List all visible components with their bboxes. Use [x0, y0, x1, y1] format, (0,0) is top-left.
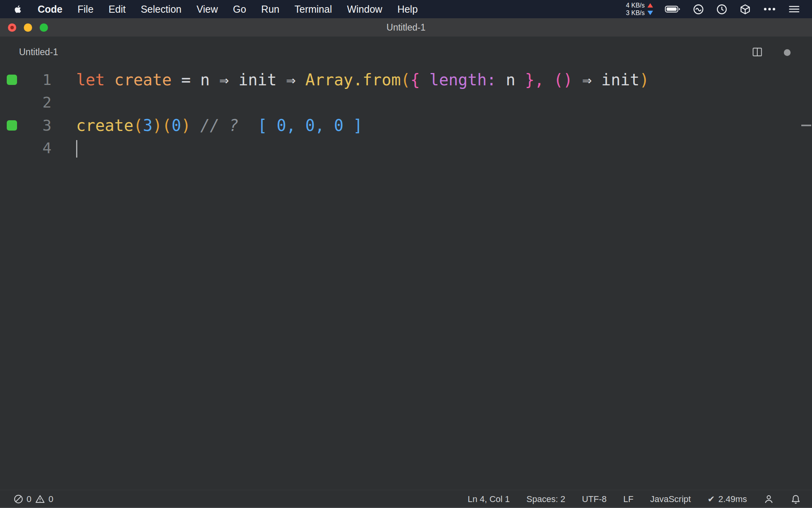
- statusbar: 0 0 Ln 4, Col 1 Spaces: 2 UTF-8 LF JavaS…: [0, 490, 812, 508]
- code-token: = n ⇒ init ⇒: [172, 71, 305, 89]
- code-token: Array.from: [305, 71, 401, 89]
- menu-item-run[interactable]: Run: [254, 0, 287, 18]
- clock-icon[interactable]: [716, 4, 728, 15]
- menu-item-window[interactable]: Window: [339, 0, 390, 18]
- error-count: 0: [27, 494, 31, 504]
- zoom-button[interactable]: [40, 23, 48, 32]
- unsaved-indicator-dot: [784, 49, 791, 56]
- warning-count: 0: [48, 494, 53, 504]
- menu-item-help[interactable]: Help: [390, 0, 425, 18]
- menu-item-go[interactable]: Go: [226, 0, 254, 18]
- window-title: Untitled-1: [0, 22, 812, 33]
- coverage-marker-icon: [7, 75, 17, 85]
- code-token: ⇒ init: [573, 71, 640, 89]
- code-token: },: [525, 71, 544, 89]
- warning-triangle-icon: [35, 494, 45, 504]
- menu-list-icon[interactable]: [788, 5, 800, 13]
- apple-icon: [13, 4, 22, 14]
- code-token: (: [401, 71, 410, 89]
- overview-ruler-mark: [801, 125, 811, 126]
- window-titlebar: Untitled-1: [0, 18, 812, 37]
- code-token: (): [553, 71, 573, 89]
- code-token: {: [410, 71, 420, 89]
- code-line[interactable]: 1let create = n ⇒ init ⇒ Array.from({ le…: [0, 68, 812, 91]
- ellipsis-icon[interactable]: [763, 7, 776, 12]
- download-arrow-icon: [647, 11, 653, 15]
- swirl-icon[interactable]: [693, 4, 704, 15]
- gutter-marker-column: [0, 120, 24, 131]
- code-token: create: [114, 71, 172, 89]
- status-cursor-position[interactable]: Ln 4, Col 1: [467, 494, 509, 504]
- upload-speed: 4 KB/s: [626, 2, 645, 9]
- gutter-marker-column: [0, 75, 24, 85]
- status-encoding[interactable]: UTF-8: [582, 494, 607, 504]
- code-token: n: [496, 71, 525, 89]
- code-token: length:: [429, 71, 496, 89]
- code-token: ): [640, 71, 649, 89]
- menu-item-file[interactable]: File: [70, 0, 101, 18]
- code-token: [105, 71, 114, 89]
- upload-arrow-icon: [647, 3, 653, 8]
- code-token: ): [181, 116, 191, 135]
- menubar-status-items: 4 KB/s 3 KB/s: [626, 2, 806, 17]
- line-number[interactable]: 4: [24, 139, 52, 157]
- battery-icon[interactable]: [665, 5, 681, 13]
- menu-item-code[interactable]: Code: [30, 0, 70, 18]
- cube-icon[interactable]: [739, 4, 751, 15]
- code-line[interactable]: 2: [0, 91, 812, 114]
- status-eol[interactable]: LF: [623, 494, 634, 504]
- menu-item-edit[interactable]: Edit: [101, 0, 133, 18]
- code-text[interactable]: let create = n ⇒ init ⇒ Array.from({ len…: [76, 71, 649, 89]
- code-line[interactable]: 3create(3)(0) // ? [ 0, 0, 0 ]: [0, 114, 812, 137]
- apple-menu[interactable]: [6, 4, 30, 14]
- check-icon: ✔: [707, 494, 714, 504]
- close-button[interactable]: [8, 23, 16, 32]
- line-number[interactable]: 1: [24, 71, 52, 89]
- code-token: [420, 71, 429, 89]
- code-lines: 1let create = n ⇒ init ⇒ Array.from({ le…: [0, 68, 812, 160]
- code-token: 3: [143, 116, 153, 135]
- status-indentation[interactable]: Spaces: 2: [527, 494, 565, 504]
- code-token: // ?: [200, 116, 238, 135]
- menu-item-terminal[interactable]: Terminal: [287, 0, 339, 18]
- code-text[interactable]: create(3)(0) // ? [ 0, 0, 0 ]: [76, 116, 363, 135]
- bell-icon[interactable]: [791, 494, 801, 504]
- menubar: Code File Edit Selection View Go Run Ter…: [0, 0, 812, 18]
- code-token: (: [134, 116, 143, 135]
- code-token: create: [76, 116, 134, 135]
- network-speed-indicator[interactable]: 4 KB/s 3 KB/s: [626, 2, 653, 17]
- code-token: [238, 116, 257, 135]
- split-editor-icon[interactable]: [752, 47, 763, 59]
- line-number[interactable]: 2: [24, 94, 52, 111]
- code-token: [544, 71, 553, 89]
- download-speed: 3 KB/s: [626, 9, 645, 17]
- code-token: 0: [172, 116, 181, 135]
- error-circle-slash-icon: [13, 494, 23, 504]
- editor-tab-label: Untitled-1: [19, 47, 58, 58]
- code-editor[interactable]: 1let create = n ⇒ init ⇒ Array.from({ le…: [0, 68, 812, 489]
- code-token: let: [76, 71, 105, 89]
- line-number[interactable]: 3: [24, 117, 52, 134]
- code-line[interactable]: 4: [0, 137, 812, 160]
- minimize-button[interactable]: [24, 23, 32, 32]
- perf-time[interactable]: ✔ 2.49ms: [707, 494, 747, 504]
- feedback-person-icon[interactable]: [764, 494, 774, 504]
- menubar-left: Code File Edit Selection View Go Run Ter…: [6, 0, 425, 18]
- coverage-marker-icon: [7, 120, 17, 131]
- menu-item-selection[interactable]: Selection: [133, 0, 189, 18]
- code-text[interactable]: [76, 139, 77, 158]
- errors-indicator[interactable]: 0: [13, 494, 31, 504]
- text-cursor: [76, 140, 77, 158]
- code-token: [191, 116, 200, 135]
- menu-item-view[interactable]: View: [189, 0, 226, 18]
- code-token: )(: [153, 116, 172, 135]
- status-language[interactable]: JavaScript: [650, 494, 691, 504]
- perf-time-value: 2.49ms: [718, 494, 747, 504]
- code-token: [ 0, 0, 0 ]: [258, 116, 363, 135]
- warnings-indicator[interactable]: 0: [35, 494, 53, 504]
